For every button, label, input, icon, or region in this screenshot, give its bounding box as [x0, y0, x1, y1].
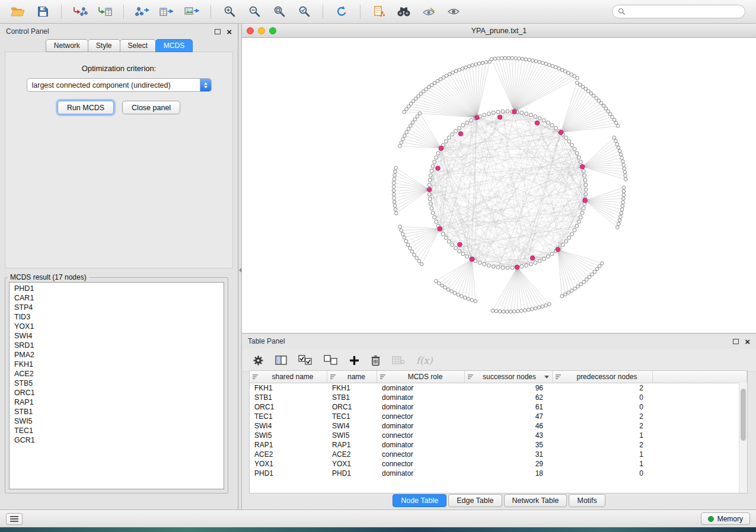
table-row[interactable]: STB1STB1dominator620	[250, 393, 747, 402]
search-network-button[interactable]	[393, 3, 414, 21]
tab-node-table[interactable]: Node Table	[393, 494, 446, 507]
column-header-mcds-role[interactable]: MCDS role	[377, 371, 465, 383]
refresh-button[interactable]	[331, 3, 352, 21]
import-network-button[interactable]	[69, 3, 91, 21]
tab-select[interactable]: Select	[120, 39, 156, 52]
float-panel-icon[interactable]	[215, 29, 221, 34]
mcds-result-list[interactable]: PHD1CAR1STP4TID3YOX1SWI4SRD1PMA2FKH1ACE2…	[9, 282, 224, 489]
column-selector-button[interactable]	[275, 355, 287, 365]
export-network-button[interactable]	[132, 3, 153, 21]
eye-icon	[447, 7, 460, 16]
mcds-result-item[interactable]: TEC1	[9, 426, 224, 435]
save-button[interactable]	[32, 3, 53, 21]
table-row[interactable]: TEC1TEC1connector472	[250, 412, 747, 421]
column-header-shared-name[interactable]: shared name	[250, 371, 327, 383]
mcds-result-item[interactable]: CAR1	[9, 293, 224, 303]
table-scrollbar[interactable]	[739, 383, 747, 493]
memory-button[interactable]: Memory	[701, 512, 750, 525]
zoom-in-button[interactable]	[219, 3, 240, 21]
add-row-button[interactable]	[349, 355, 359, 366]
column-header-predecessor-nodes[interactable]: predecessor nodes	[553, 371, 653, 383]
table-row[interactable]: RAP1RAP1dominator352	[250, 440, 747, 450]
mcds-result-item[interactable]: GCR1	[9, 435, 224, 445]
mcds-result-item[interactable]: SRD1	[9, 341, 224, 350]
column-header-successor-nodes[interactable]: successor nodes	[465, 371, 553, 383]
menu-button[interactable]	[6, 513, 23, 525]
mcds-tab-content: Optimization criterion: largest connecte…	[5, 52, 233, 268]
zoom-selected-button[interactable]	[294, 3, 315, 21]
network-window: YPA_prune.txt_1	[242, 24, 756, 333]
mcds-result-item[interactable]: TID3	[9, 312, 224, 322]
table-cell: RAP1	[327, 440, 377, 450]
search-icon	[618, 8, 626, 15]
annotation-button[interactable]	[418, 3, 439, 21]
mcds-result-item[interactable]: PHD1	[9, 284, 224, 293]
deselect-all-button[interactable]	[324, 355, 338, 366]
table-cell: 1	[553, 450, 653, 459]
table-cell-filler	[653, 459, 747, 469]
table-row[interactable]: SWI4SWI4dominator462	[250, 421, 747, 431]
import-table-disabled-button[interactable]	[392, 355, 405, 365]
table-cell-filler	[653, 402, 747, 412]
splitter-grip-icon[interactable]	[239, 268, 241, 273]
mcds-result-item[interactable]: YOX1	[9, 322, 224, 331]
window-minimize-button[interactable]	[258, 27, 265, 34]
network-canvas-svg[interactable]	[242, 38, 756, 333]
tab-edge-table[interactable]: Edge Table	[448, 494, 502, 507]
export-table-button[interactable]	[157, 3, 178, 21]
mcds-result-item[interactable]: FKH1	[9, 360, 224, 369]
table-row[interactable]: PHD1PHD1dominator180	[250, 469, 747, 478]
tab-mcds[interactable]: MCDS	[155, 39, 193, 52]
tab-style[interactable]: Style	[88, 39, 120, 52]
table-cell-filler	[653, 421, 747, 431]
table-row[interactable]: ACE2ACE2connector311	[250, 450, 747, 459]
search-box[interactable]	[612, 5, 745, 18]
show-view-button[interactable]	[443, 3, 464, 21]
mcds-result-item[interactable]: STB1	[9, 407, 224, 416]
mcds-result-item[interactable]: ORC1	[9, 388, 224, 398]
zoom-fit-button[interactable]	[269, 3, 290, 21]
clone-network-button[interactable]	[368, 3, 390, 21]
network-view[interactable]	[242, 38, 756, 333]
table-row[interactable]: FKH1FKH1dominator962	[250, 383, 747, 393]
criterion-dropdown[interactable]: largest connected component (undirected)	[27, 78, 212, 92]
select-all-button[interactable]	[298, 355, 312, 366]
search-input[interactable]	[629, 7, 739, 17]
open-folder-icon	[11, 6, 25, 17]
mcds-result-item[interactable]: STB5	[9, 379, 224, 388]
mcds-result-item[interactable]: PMA2	[9, 350, 224, 360]
table-row[interactable]: SWI5SWI5connector431	[250, 431, 747, 440]
close-table-panel-icon[interactable]: ×	[745, 337, 750, 346]
window-close-button[interactable]	[247, 27, 254, 34]
mcds-result-item[interactable]: SWI4	[9, 331, 224, 341]
scrollbar-thumb[interactable]	[741, 389, 746, 441]
import-table-button[interactable]	[94, 3, 116, 21]
run-mcds-button[interactable]: Run MCDS	[58, 101, 114, 114]
delete-button[interactable]	[371, 355, 381, 366]
function-builder-button[interactable]: f(x)	[416, 355, 432, 366]
mcds-result-item[interactable]: STP4	[9, 303, 224, 312]
column-header-name[interactable]: name	[327, 371, 377, 383]
close-panel-icon[interactable]: ×	[227, 27, 232, 36]
table-row[interactable]: ORC1ORC1dominator610	[250, 402, 747, 412]
mcds-result-item[interactable]: RAP1	[9, 398, 224, 407]
mcds-result-item[interactable]: SWI5	[9, 416, 224, 426]
open-file-button[interactable]	[7, 3, 28, 21]
deselect-all-icon	[324, 355, 338, 366]
table-row[interactable]: YOX1YOX1connector291	[250, 459, 747, 469]
tab-motifs[interactable]: Motifs	[569, 494, 605, 507]
gear-icon	[253, 355, 264, 366]
table-cell: 0	[553, 402, 653, 412]
float-table-panel-icon[interactable]	[733, 339, 739, 344]
column-settings-button[interactable]	[253, 355, 264, 366]
close-panel-button[interactable]: Close panel	[122, 101, 180, 114]
export-image-button[interactable]	[181, 3, 203, 21]
tab-network-table[interactable]: Network Table	[504, 494, 567, 507]
network-window-titlebar[interactable]: YPA_prune.txt_1	[242, 24, 756, 38]
table-cell: 47	[465, 412, 553, 421]
export-image-icon	[184, 6, 200, 18]
mcds-result-item[interactable]: ACE2	[9, 369, 224, 379]
zoom-out-button[interactable]	[244, 3, 265, 21]
tab-network[interactable]: Network	[46, 39, 88, 52]
window-zoom-button[interactable]	[269, 27, 276, 34]
